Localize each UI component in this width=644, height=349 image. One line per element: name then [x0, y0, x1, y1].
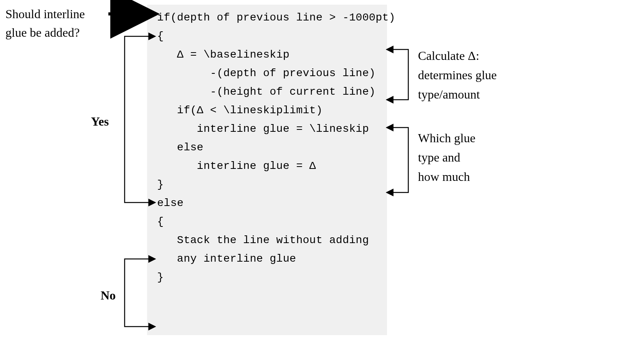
code-line-02: { — [157, 27, 380, 46]
code-line-04: -(depth of previous line) — [157, 64, 380, 83]
code-line-10: interline glue = Δ — [157, 157, 380, 175]
code-line-08: interline glue = \lineskip — [157, 120, 380, 138]
calc-label-line1: Calculate Δ: — [418, 47, 479, 64]
code-line-01: if(depth of previous line > -1000pt) — [157, 9, 380, 27]
calc-label-line3: type/amount — [418, 86, 480, 103]
code-line-17: } — [157, 268, 380, 287]
question-label-line1: Should interline — [5, 5, 85, 22]
code-line-11: } — [157, 175, 380, 194]
code-line-15: Stack the line without adding — [157, 231, 380, 250]
no-label: No — [101, 287, 116, 304]
bracket-calc-delta — [387, 49, 408, 100]
code-line-05: -(height of current line) — [157, 83, 380, 101]
yes-label: Yes — [91, 113, 109, 130]
code-line-07: if(Δ < \lineskiplimit) — [157, 101, 380, 120]
which-label-line2: type and — [418, 149, 460, 166]
calc-label-line2: determines glue — [418, 66, 497, 83]
question-label-line2: glue be added? — [5, 24, 80, 41]
which-label-line1: Which glue — [418, 129, 475, 146]
code-line-14: { — [157, 213, 380, 231]
which-label-line3: how much — [418, 168, 470, 185]
diagram-canvas: if(depth of previous line > -1000pt) { Δ… — [0, 0, 644, 349]
code-line-09: else — [157, 138, 380, 157]
code-line-16: any interline glue — [157, 250, 380, 268]
code-line-03: Δ = \baselineskip — [157, 46, 380, 64]
code-line-13: else — [157, 194, 380, 213]
code-box: if(depth of previous line > -1000pt) { Δ… — [147, 5, 387, 335]
bracket-which-glue — [387, 128, 408, 192]
